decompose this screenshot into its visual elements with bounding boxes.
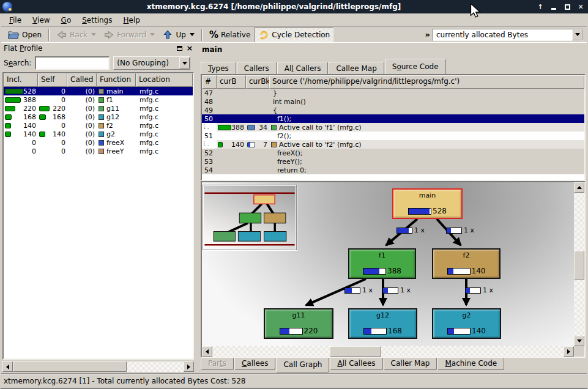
tab-all-callees[interactable]: All Callees bbox=[330, 358, 382, 370]
tab-machine-code[interactable]: Machine Code bbox=[437, 358, 504, 370]
dock-close-button[interactable]: × bbox=[185, 44, 194, 53]
call-graph-canvas[interactable]: main 528 f1 388 f2 140 g11 220 g12 168 bbox=[202, 182, 578, 346]
tab-all-callers[interactable]: All Callers bbox=[277, 62, 329, 74]
combo-dropdown-icon[interactable] bbox=[572, 29, 582, 40]
column-header-called[interactable]: Called bbox=[67, 73, 97, 87]
table-row[interactable]: 220 220 (0) g11 mfg.c bbox=[4, 104, 193, 113]
edge-label-f1-g11: 1 x bbox=[344, 286, 373, 294]
column-header-line[interactable]: # bbox=[202, 75, 217, 89]
source-line[interactable]: 54 return 0; bbox=[202, 166, 584, 174]
cycle-arrow-icon bbox=[258, 29, 269, 40]
column-header-location[interactable]: Location bbox=[136, 73, 193, 87]
back-dropdown-icon[interactable] bbox=[91, 33, 96, 36]
cost-bar bbox=[447, 328, 471, 335]
function-color-icon bbox=[99, 97, 104, 103]
status-text: xtmemory.kcg.6274 [1] - Total currently … bbox=[4, 377, 245, 385]
tab-callers[interactable]: Callers bbox=[237, 62, 277, 74]
scroll-left-icon[interactable] bbox=[202, 346, 212, 357]
function-color-icon bbox=[99, 149, 104, 154]
source-call-row[interactable]: 140 7 Active call to 'f2' (mfg.c) bbox=[202, 140, 584, 149]
cycle-detection-button[interactable]: Cycle Detection bbox=[254, 28, 333, 42]
table-row[interactable]: 528 0 (0) main mfg.c bbox=[4, 87, 193, 95]
grouping-combobox[interactable]: (No Grouping) bbox=[113, 56, 190, 70]
function-color-icon bbox=[99, 140, 104, 146]
search-label: Search: bbox=[2, 59, 35, 67]
column-header-curbk[interactable]: curBk bbox=[246, 75, 269, 89]
scroll-right-icon[interactable] bbox=[184, 361, 194, 372]
graph-node-f2[interactable]: f2 140 bbox=[432, 248, 501, 279]
statusbar: xtmemory.kcg.6274 [1] - Total currently … bbox=[1, 373, 587, 388]
search-input[interactable] bbox=[35, 56, 110, 70]
menu-view[interactable]: View bbox=[27, 15, 55, 26]
graph-overview-minimap[interactable] bbox=[203, 185, 297, 250]
table-row[interactable]: 140 140 (0) g2 mfg.c bbox=[4, 130, 193, 138]
scrollbar-thumb[interactable] bbox=[13, 361, 127, 372]
source-line[interactable]: 52 freeX(); bbox=[202, 149, 584, 157]
graph-hscrollbar[interactable] bbox=[202, 346, 574, 357]
up-dropdown-icon[interactable] bbox=[190, 33, 195, 36]
close-button[interactable]: ✕ bbox=[576, 2, 586, 12]
event-type-combobox[interactable]: currently allocated Bytes bbox=[433, 29, 583, 41]
column-header-curb[interactable]: curB bbox=[217, 75, 246, 89]
scroll-right-icon[interactable] bbox=[564, 346, 574, 357]
combo-dropdown-icon[interactable] bbox=[179, 57, 190, 69]
search-row: Search: (No Grouping) bbox=[2, 55, 194, 71]
open-button[interactable]: Open bbox=[4, 28, 45, 42]
table-row[interactable]: 388 0 (0) f1 mfg.c bbox=[4, 95, 193, 104]
column-header-source[interactable]: Source ('/home/philippe/valgrind/littlep… bbox=[269, 75, 584, 89]
menu-help[interactable]: Help bbox=[117, 15, 145, 26]
tab-parts[interactable]: Parts bbox=[201, 358, 234, 370]
source-line[interactable]: 51 f2(); bbox=[202, 132, 584, 140]
relative-button[interactable]: % Relative bbox=[206, 28, 254, 42]
menu-go[interactable]: Go bbox=[56, 15, 77, 26]
source-line[interactable]: 53 freeY(); bbox=[202, 157, 584, 166]
source-line[interactable]: 47} bbox=[202, 89, 584, 97]
forward-button[interactable]: Forward bbox=[100, 28, 158, 42]
titlebar: xtmemory.kcg.6274 [/home/philippe/valgri… bbox=[0, 0, 588, 13]
dock-float-button[interactable] bbox=[175, 44, 184, 53]
up-button[interactable]: Up bbox=[158, 28, 198, 42]
table-row[interactable]: 168 168 (0) g12 mfg.c bbox=[4, 113, 193, 121]
tab-callee-map[interactable]: Callee Map bbox=[329, 62, 384, 74]
menu-settings[interactable]: Settings bbox=[76, 15, 117, 26]
column-header-function[interactable]: Function bbox=[97, 73, 136, 87]
back-button[interactable]: Back bbox=[53, 28, 100, 42]
maximize-button[interactable] bbox=[562, 2, 572, 12]
tab-source-code[interactable]: Source Code bbox=[385, 59, 446, 74]
graph-vscrollbar[interactable] bbox=[574, 182, 584, 346]
tab-caller-map[interactable]: Caller Map bbox=[384, 358, 437, 370]
app-icon[interactable] bbox=[2, 2, 12, 12]
scrollbar-corner bbox=[574, 346, 584, 357]
scrollbar-thumb[interactable] bbox=[574, 251, 584, 280]
source-line[interactable]: 48int main() bbox=[202, 97, 584, 106]
table-row[interactable]: 0 0 (0) freeX mfg.c bbox=[4, 138, 193, 147]
scroll-up-icon[interactable] bbox=[574, 182, 584, 193]
toolbar-overflow-chevron[interactable]: » bbox=[425, 30, 430, 39]
source-call-row[interactable]: 388 34 Active call to 'f1' (mfg.c) bbox=[202, 123, 584, 132]
tab-types[interactable]: Types bbox=[201, 62, 236, 74]
edge-label-main-f1: 1 x bbox=[396, 226, 425, 234]
tab-call-graph[interactable]: Call Graph bbox=[276, 358, 329, 372]
column-header-incl[interactable]: Incl. bbox=[4, 73, 38, 87]
tab-callees[interactable]: Callees bbox=[234, 358, 275, 370]
menu-file[interactable]: File bbox=[4, 15, 27, 26]
flat-profile-hscrollbar[interactable] bbox=[2, 361, 194, 372]
forward-dropdown-icon[interactable] bbox=[150, 33, 155, 36]
scrollbar-thumb[interactable] bbox=[330, 346, 381, 357]
scroll-left-icon[interactable] bbox=[2, 361, 13, 372]
source-line[interactable]: 49{ bbox=[202, 106, 584, 114]
detail-tabs: Types Callers All Callers Callee Map Sou… bbox=[201, 59, 587, 74]
column-header-self[interactable]: Self bbox=[38, 73, 67, 87]
graph-node-g11[interactable]: g11 220 bbox=[264, 308, 333, 339]
shade-button[interactable]: ↑ bbox=[535, 2, 545, 12]
cost-bar bbox=[363, 328, 387, 335]
graph-node-f1[interactable]: f1 388 bbox=[348, 248, 416, 279]
source-line-selected[interactable]: 50 f1(); bbox=[202, 114, 584, 123]
minimize-button[interactable] bbox=[549, 2, 559, 12]
graph-node-g12[interactable]: g12 168 bbox=[348, 308, 417, 339]
table-row[interactable]: 0 0 (0) freeY mfg.c bbox=[4, 147, 193, 155]
table-row[interactable]: 140 0 (0) f2 mfg.c bbox=[4, 121, 193, 130]
graph-node-main[interactable]: main 528 bbox=[392, 188, 463, 219]
graph-node-g2[interactable]: g2 140 bbox=[432, 308, 501, 339]
scroll-down-icon[interactable] bbox=[574, 336, 584, 346]
